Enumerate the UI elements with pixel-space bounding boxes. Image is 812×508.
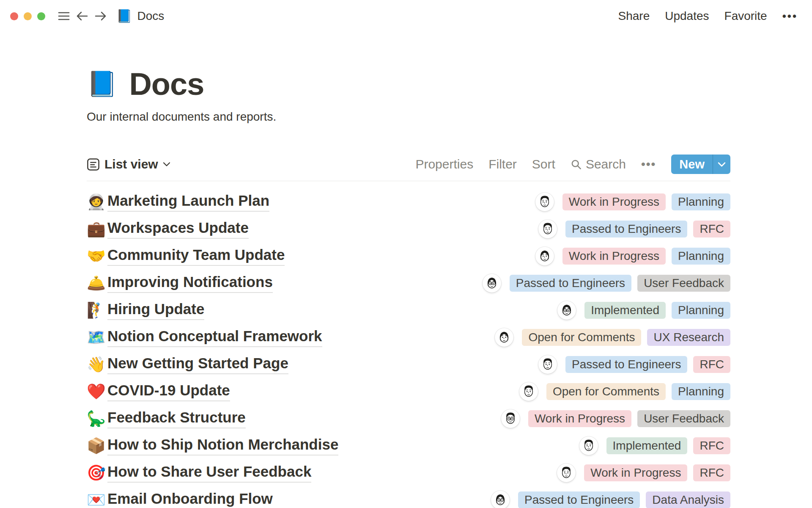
category-badge[interactable]: RFC [693,464,730,481]
updates-button[interactable]: Updates [665,9,709,23]
category-badge[interactable]: Planning [672,383,730,400]
more-options-icon[interactable]: ••• [782,10,798,23]
category-badge[interactable]: Planning [672,193,730,210]
page-title-link[interactable]: Community Team Update [107,246,285,266]
sidebar-toggle-icon[interactable] [58,11,70,21]
table-row[interactable]: 🗺️ Notion Conceptual Framework Open for … [87,324,730,351]
page-emoji-icon: 💌 [87,492,107,508]
person-avatar[interactable] [538,355,557,374]
favorite-button[interactable]: Favorite [724,9,767,23]
category-badge[interactable]: UX Research [647,329,730,346]
status-badge[interactable]: Implemented [584,302,666,319]
status-badge[interactable]: Open for Comments [522,329,641,346]
page-title-link[interactable]: Marketing Launch Plan [107,192,269,212]
page-emoji-icon: 📦 [87,438,107,453]
traffic-light-minimize-button[interactable] [24,12,32,20]
table-row[interactable]: 💌 Email Onboarding Flow Passed to Engine… [87,486,730,508]
page-title-link[interactable]: Email Onboarding Flow [107,490,273,508]
category-badge[interactable]: Planning [672,248,730,265]
page-emoji-icon: 🧑‍🚀 [87,194,107,210]
page-title-link[interactable]: COVID-19 Update [107,382,230,401]
breadcrumb-title: Docs [137,9,164,23]
traffic-light-close-button[interactable] [10,12,18,20]
person-avatar[interactable] [491,491,510,508]
search-icon [571,159,582,170]
new-button-group: New [671,155,730,174]
document-list: 🧑‍🚀 Marketing Launch Plan Work in Progre… [87,181,730,508]
status-badge[interactable]: Passed to Engineers [565,356,687,373]
chevron-down-icon [163,162,170,167]
category-badge[interactable]: User Feedback [637,275,730,292]
search-button[interactable]: Search [571,157,626,171]
table-row[interactable]: 👋 New Getting Started Page Passed to Eng… [87,351,730,378]
person-avatar[interactable] [501,409,520,428]
person-avatar[interactable] [535,247,554,265]
category-badge[interactable]: Planning [672,302,730,319]
back-arrow-icon[interactable] [76,11,88,21]
category-badge[interactable]: RFC [693,437,730,454]
toolbar-more-icon[interactable]: ••• [641,157,656,171]
properties-button[interactable]: Properties [415,157,473,171]
breadcrumb[interactable]: 📘 Docs [116,9,164,23]
sort-button[interactable]: Sort [532,157,555,171]
page-emoji-icon: 👋 [87,357,107,372]
status-badge[interactable]: Work in Progress [528,410,631,427]
status-badge[interactable]: Implemented [606,437,688,454]
page-title[interactable]: Docs [129,66,204,102]
person-avatar[interactable] [538,220,557,238]
status-badge[interactable]: Passed to Engineers [565,221,687,237]
person-avatar[interactable] [557,464,576,482]
filter-button[interactable]: Filter [488,157,517,171]
chevron-down-icon [718,162,726,167]
page-emoji-icon: 🦕 [87,411,107,426]
view-label: List view [104,157,158,171]
page-title-link[interactable]: How to Ship Notion Merchandise [107,436,338,456]
table-row[interactable]: 🦕 Feedback Structure Work in Progress Us… [87,405,730,432]
category-badge[interactable]: RFC [693,221,730,237]
view-switcher[interactable]: List view [87,157,170,171]
page-title-link[interactable]: Hiring Update [107,301,204,320]
table-row[interactable]: ❤️ COVID-19 Update Open for Comments Pla… [87,378,730,405]
table-row[interactable]: 🎯 How to Share User Feedback Work in Pro… [87,459,730,486]
page-icon[interactable]: 📘 [87,72,117,96]
page-title-link[interactable]: Improving Notifications [107,273,273,293]
person-avatar[interactable] [519,382,538,401]
page-title-link[interactable]: Workspaces Update [107,219,249,239]
status-badge[interactable]: Passed to Engineers [518,491,640,508]
status-badge[interactable]: Passed to Engineers [510,275,631,292]
page-description[interactable]: Our internal documents and reports. [87,110,730,124]
page-emoji-icon: 🗺️ [87,330,107,345]
traffic-light-zoom-button[interactable] [37,12,45,20]
page-title-link[interactable]: New Getting Started Page [107,355,288,374]
new-dropdown-button[interactable] [713,155,730,174]
person-avatar[interactable] [557,301,576,320]
table-row[interactable]: 📦 How to Ship Notion Merchandise Impleme… [87,432,730,459]
new-button[interactable]: New [671,155,713,174]
page-emoji-icon: 🧗 [87,303,107,318]
database-toolbar: List view Properties Filter Sort Search … [87,154,730,174]
category-badge[interactable]: RFC [693,356,730,373]
status-badge[interactable]: Work in Progress [562,193,666,210]
table-row[interactable]: 🛎️ Improving Notifications Passed to Eng… [87,270,730,297]
table-row[interactable]: 🧗 Hiring Update Implemented Planning [87,297,730,324]
page-emoji-icon: 🛎️ [87,276,107,291]
share-button[interactable]: Share [618,9,650,23]
person-avatar[interactable] [495,328,513,347]
status-badge[interactable]: Work in Progress [584,464,687,481]
list-view-icon [87,158,100,171]
category-badge[interactable]: Data Analysis [646,491,730,508]
table-row[interactable]: 💼 Workspaces Update Passed to Engineers … [87,215,730,243]
category-badge[interactable]: User Feedback [637,410,730,427]
page-title-link[interactable]: How to Share User Feedback [107,463,311,483]
status-badge[interactable]: Open for Comments [546,383,666,400]
forward-arrow-icon[interactable] [94,11,107,21]
person-avatar[interactable] [579,436,598,455]
table-row[interactable]: 🤝 Community Team Update Work in Progress… [87,243,730,270]
page-emoji-icon: 🎯 [87,465,107,480]
status-badge[interactable]: Work in Progress [562,248,666,265]
page-title-link[interactable]: Notion Conceptual Framework [107,328,322,347]
person-avatar[interactable] [483,274,501,293]
page-title-link[interactable]: Feedback Structure [107,409,246,428]
person-avatar[interactable] [535,193,554,211]
table-row[interactable]: 🧑‍🚀 Marketing Launch Plan Work in Progre… [87,188,730,215]
